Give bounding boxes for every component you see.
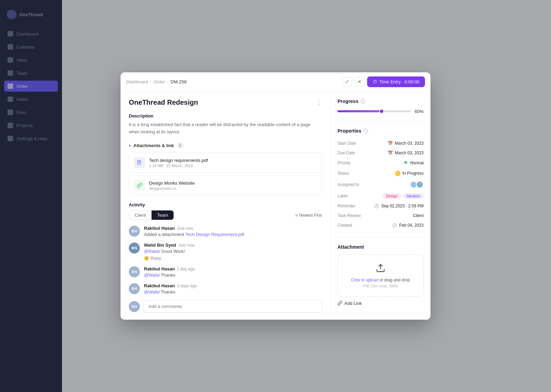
avatar-rakibul-4: RH	[129, 283, 140, 294]
attachment-item-link[interactable]: Design Monks Website designmonks.co	[129, 175, 322, 195]
progress-bar-fill	[337, 110, 382, 112]
comment-input[interactable]	[143, 300, 322, 313]
sort-button[interactable]: ≡ Newest First	[295, 213, 322, 218]
label-ideation-tag[interactable]: Ideation	[403, 193, 424, 199]
more-options-button[interactable]: ⋮	[316, 99, 322, 106]
add-link-button[interactable]: Add Link	[337, 301, 362, 306]
activity-user-4: Rakibul Hasan	[144, 283, 175, 288]
activity-text-2: @Rakib Good Work!	[144, 249, 322, 254]
priority-flag-icon: ⚑	[404, 160, 408, 166]
avatar-rakibul-3: RH	[129, 266, 140, 277]
task-modal: Dashboard › Order › DM-258 ⤢ ✕ ⏱ Time En…	[121, 72, 430, 320]
description-label: Description	[129, 113, 322, 118]
property-status: Status 🟡 In Progress	[337, 168, 424, 178]
attachment-item-pdf[interactable]: Tech design requirements.pdf 1.24 MB · 2…	[129, 153, 322, 173]
progress-title: Progress i	[337, 99, 424, 104]
progress-bar-track[interactable]	[337, 110, 411, 112]
activity-text-1: Added a attachment Tech Design Requireme…	[144, 232, 322, 237]
activity-tab-group: Client Team	[129, 210, 174, 220]
activity-time-4: 3 days ago	[177, 283, 197, 288]
link-file-icon	[134, 180, 145, 191]
attachments-label: Attachments & link	[133, 143, 174, 148]
modal-body: OneThread Redesign ⋮ Description It is a…	[121, 92, 430, 320]
pdf-file-icon	[134, 157, 145, 168]
activity-item: RH Rakibul Hasan Just now Added a attach…	[129, 226, 322, 237]
activity-label: Activity	[129, 202, 322, 207]
assignee-avatar-2	[416, 181, 424, 188]
property-assigned-to: Assigned to	[337, 178, 424, 191]
comment-input-row: RH	[129, 300, 322, 313]
progress-value: 60%	[415, 109, 424, 114]
upload-text: Click to upload or drag and drop	[343, 278, 418, 282]
task-title-text: OneThread Redesign	[129, 99, 198, 106]
properties-section: Properties i Start Date 📅 March 03, 2023	[337, 128, 424, 237]
progress-bar-row: 60%	[337, 109, 424, 114]
activity-time-1: Just now	[177, 226, 193, 231]
properties-title: Properties i	[337, 128, 424, 134]
activity-section: Activity Client Team ≡ Newest First	[129, 202, 322, 313]
breadcrumb-current: DM-258	[171, 79, 187, 84]
breadcrumb-order[interactable]: Order	[154, 79, 165, 84]
breadcrumb-dashboard[interactable]: Dashboard	[126, 79, 148, 84]
status-icon: 🟡	[395, 171, 401, 176]
avatar-walid: WS	[129, 243, 140, 254]
upload-icon	[343, 263, 418, 275]
upload-box[interactable]: Click to upload or drag and drop Pdf, Do…	[337, 255, 424, 297]
svg-rect-0	[138, 161, 141, 165]
activity-time-2: Just now	[178, 243, 194, 248]
property-start-date: Start Date 📅 March 03, 2023	[337, 138, 424, 148]
properties-info-icon[interactable]: i	[363, 128, 368, 133]
property-task-review: Task Review Client	[337, 211, 424, 220]
activity-item: RH Rakibul Hasan 1 day ago @Walid Thanks	[129, 266, 322, 278]
avatar-rakibul-1: RH	[129, 226, 140, 237]
breadcrumb: Dashboard › Order › DM-258	[126, 79, 187, 84]
activity-time-3: 1 day ago	[177, 267, 195, 271]
activity-item: WS Walid Bin Syed Just now @Rakib Good W…	[129, 243, 322, 261]
reply-button[interactable]: 🙂 Reply	[144, 256, 161, 261]
created-clock-icon: 🕐	[392, 223, 397, 228]
reminder-clock-icon: 🕐	[374, 204, 379, 208]
progress-thumb	[379, 109, 384, 114]
activity-text-4: @Walid Thanks	[144, 289, 322, 295]
property-reminder: Reminder 🕐 Sep 02,2023 . 2.59 PM	[337, 201, 424, 211]
time-entry-button[interactable]: ⏱ Time Entry · 0:00:00	[367, 76, 425, 87]
modal-topbar: Dashboard › Order › DM-258 ⤢ ✕ ⏱ Time En…	[121, 72, 430, 92]
activity-user-3: Rakibul Hasan	[144, 266, 175, 271]
modal-left-panel: OneThread Redesign ⋮ Description It is a…	[121, 92, 331, 320]
modal-controls: ⤢ ✕	[342, 77, 364, 86]
task-title-row: OneThread Redesign ⋮	[129, 99, 322, 106]
activity-user-1: Rakibul Hasan	[144, 226, 175, 231]
attachment-meta: 1.24 MB · 21 March, 2023	[149, 164, 208, 168]
progress-info-icon[interactable]: i	[361, 99, 365, 104]
activity-user-2: Walid Bin Syed	[144, 243, 176, 248]
tab-client[interactable]: Client	[129, 210, 152, 220]
description-text: It is a long established fact that a rea…	[129, 121, 322, 136]
upload-link[interactable]: Click to upload	[351, 278, 378, 282]
progress-section: Progress i 60%	[337, 99, 424, 121]
assigned-avatars	[410, 181, 424, 188]
activity-text-3: @Walid Thanks	[144, 272, 322, 278]
label-design-tag[interactable]: Design	[383, 193, 401, 199]
link-url: designmonks.co	[149, 186, 195, 190]
tab-team[interactable]: Team	[152, 210, 174, 220]
attachment-title: Attachment	[337, 244, 424, 250]
activity-item: RH Rakibul Hasan 3 days ago @Walid Thank…	[129, 283, 322, 295]
expand-button[interactable]: ⤢	[342, 77, 352, 86]
link-name: Design Monks Website	[149, 180, 195, 186]
attachment-filename: Tech design requirements.pdf	[149, 158, 208, 163]
property-due-date: Due Date 📅 March 03, 2023	[337, 148, 424, 158]
comment-avatar: RH	[129, 301, 140, 312]
property-label: Label Design Ideation	[337, 191, 424, 201]
upload-hint: Pdf, Doc (max. 5Mb)	[343, 284, 418, 288]
attachments-count: 2	[177, 143, 184, 148]
modal-overlay: Dashboard › Order › DM-258 ⤢ ✕ ⏱ Time En…	[0, 0, 551, 392]
attachment-upload-section: Attachment Click to upload	[337, 244, 424, 306]
property-priority: Priority ⚑ Normal	[337, 158, 424, 168]
activity-tabs-row: Client Team ≡ Newest First	[129, 210, 322, 220]
modal-right-panel: Progress i 60% Prop	[331, 92, 430, 320]
close-button[interactable]: ✕	[355, 77, 364, 86]
property-created: Created 🕐 Feb 04, 2023	[337, 220, 424, 230]
attachments-header[interactable]: › Attachments & link 2	[129, 142, 322, 148]
